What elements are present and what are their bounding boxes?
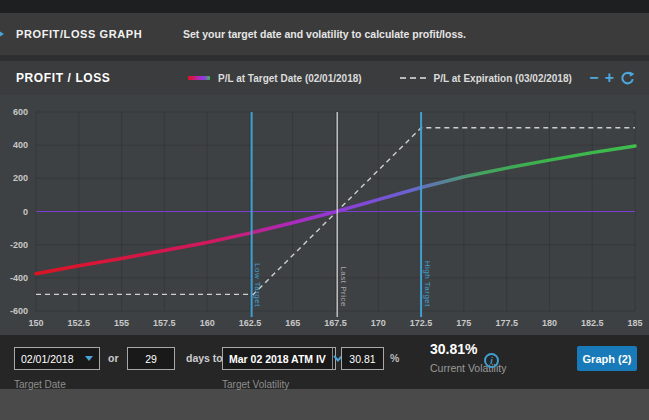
x-axis-tick-label: 170	[371, 318, 386, 328]
info-icon[interactable]: i	[484, 353, 499, 368]
bottom-strip	[0, 389, 649, 420]
profit-loss-chart[interactable]: 6004002000-200-400-600150152.5155157.516…	[0, 95, 649, 335]
x-axis-tick-label: 182.5	[581, 318, 604, 328]
gradient-line-swatch	[188, 76, 210, 80]
current-volatility-value: 30.81%	[430, 341, 477, 357]
top-strip	[0, 0, 649, 13]
x-axis-tick-label: 177.5	[495, 318, 518, 328]
y-axis-tick-label: -200	[10, 240, 28, 250]
graph-button[interactable]: Graph (2)	[577, 346, 637, 371]
target-volatility-select[interactable]: Mar 02 2018 ATM IV	[222, 347, 336, 370]
x-axis-tick-label: 165	[285, 318, 300, 328]
y-axis-tick-label: 400	[13, 140, 28, 150]
low-target-label: Low Target	[253, 263, 262, 307]
percent-sign: %	[390, 352, 399, 364]
zoom-in-icon[interactable]: +	[605, 70, 614, 86]
x-axis-tick-label: 155	[114, 318, 129, 328]
y-axis-tick-label: 600	[13, 107, 28, 117]
x-axis-tick-label: 162.5	[239, 318, 262, 328]
legend-item-target-date[interactable]: P/L at Target Date (02/01/2018)	[188, 73, 362, 84]
x-axis-tick-label: 157.5	[153, 318, 176, 328]
high-target-label: High Target	[423, 261, 432, 308]
chart-legend: P/L at Target Date (02/01/2018) P/L at E…	[188, 61, 572, 95]
x-axis-tick-label: 152.5	[68, 318, 91, 328]
target-date-select[interactable]: 02/01/2018	[14, 347, 100, 370]
y-axis-tick-label: 0	[23, 207, 28, 217]
target-date-value: 02/01/2018	[21, 353, 74, 365]
y-axis-tick-label: 200	[13, 173, 28, 183]
control-bar: 02/01/2018 or 29 days to go Target Date …	[0, 335, 649, 389]
page-header: PROFIT/LOSS GRAPH Set your target date a…	[0, 13, 649, 55]
or-text: or	[108, 352, 119, 364]
x-axis-tick-label: 150	[28, 318, 43, 328]
legend-label: P/L at Target Date (02/01/2018)	[218, 73, 362, 84]
target-volatility-value: 30.81	[349, 353, 375, 365]
target-date-label: Target Date	[14, 379, 66, 390]
chart-title: PROFIT / LOSS	[16, 71, 110, 85]
x-axis-tick-label: 160	[200, 318, 215, 328]
legend-label: P/L at Expiration (03/02/2018)	[434, 73, 572, 84]
x-axis-tick-label: 185	[627, 318, 642, 328]
zoom-out-icon[interactable]: −	[589, 70, 598, 86]
chart-toolbar: − +	[589, 61, 635, 95]
dashed-line-swatch	[400, 77, 426, 79]
instruction-text: Set your target date and volatility to c…	[0, 28, 649, 40]
last-price-label: Last Price	[339, 266, 348, 307]
y-axis-tick-label: -600	[10, 306, 28, 316]
target-volatility-input[interactable]: 30.81	[341, 347, 384, 370]
chart-panel: PROFIT / LOSS P/L at Target Date (02/01/…	[0, 61, 649, 335]
x-axis-tick-label: 167.5	[324, 318, 347, 328]
y-axis-tick-label: -400	[10, 273, 28, 283]
chart-header: PROFIT / LOSS P/L at Target Date (02/01/…	[0, 61, 649, 95]
x-axis-tick-label: 180	[542, 318, 557, 328]
target-volatility-label: Target Volatility	[222, 379, 289, 390]
days-to-go-value: 29	[145, 353, 157, 365]
legend-item-expiration[interactable]: P/L at Expiration (03/02/2018)	[400, 73, 572, 84]
refresh-icon[interactable]	[620, 71, 635, 86]
x-axis-tick-label: 175	[456, 318, 471, 328]
target-volatility-selected: Mar 02 2018 ATM IV	[223, 353, 332, 365]
profit-loss-graph-app: PROFIT/LOSS GRAPH Set your target date a…	[0, 0, 649, 420]
days-to-go-input[interactable]: 29	[127, 347, 175, 370]
x-axis-tick-label: 172.5	[410, 318, 433, 328]
dropdown-triangle-icon	[85, 356, 93, 361]
